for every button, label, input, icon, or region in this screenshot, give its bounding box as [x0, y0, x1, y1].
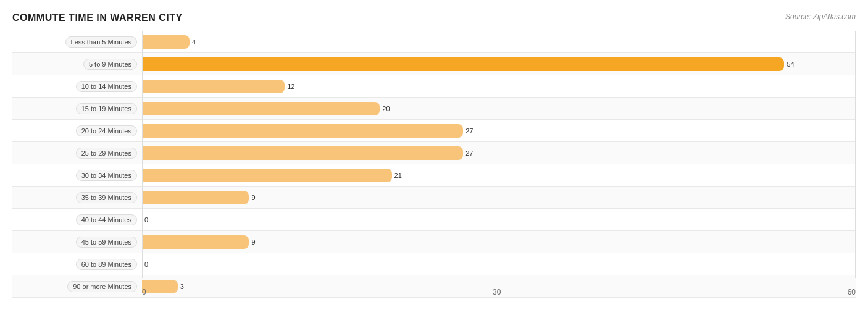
chart-title: COMMUTE TIME IN WARREN CITY	[12, 12, 856, 23]
bar-label: 60 to 89 Minutes	[12, 259, 142, 270]
grid-line-60	[855, 31, 856, 278]
bar-label: 25 to 29 Minutes	[12, 148, 142, 159]
grid-line-0	[142, 31, 143, 278]
x-label-30: 30	[493, 288, 501, 296]
bar-label: 30 to 34 Minutes	[12, 170, 142, 181]
source-text: Source: ZipAtlas.com	[785, 12, 856, 21]
x-label-0: 0	[142, 288, 146, 296]
grid-line-30	[499, 31, 499, 278]
chart-area: Less than 5 Minutes45 to 9 Minutes5410 t…	[12, 31, 856, 296]
x-label-60: 60	[848, 288, 856, 296]
bar-label: 40 to 44 Minutes	[12, 214, 142, 225]
bar-label: 90 or more Minutes	[12, 281, 142, 292]
bar-label: Less than 5 Minutes	[12, 36, 142, 48]
grid-lines	[142, 31, 856, 278]
chart-container: COMMUTE TIME IN WARREN CITY Source: ZipA…	[0, 0, 868, 323]
x-axis-labels: 0 30 60	[142, 288, 856, 296]
bar-label: 45 to 59 Minutes	[12, 237, 142, 248]
bar-label: 35 to 39 Minutes	[12, 192, 142, 203]
bar-label: 5 to 9 Minutes	[12, 59, 142, 70]
bar-label: 10 to 14 Minutes	[12, 81, 142, 92]
bar-label: 15 to 19 Minutes	[12, 103, 142, 114]
bar-label: 20 to 24 Minutes	[12, 125, 142, 136]
